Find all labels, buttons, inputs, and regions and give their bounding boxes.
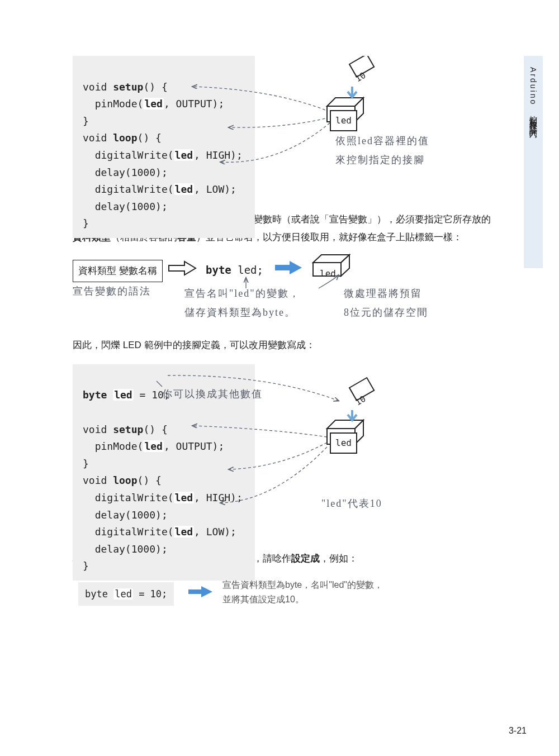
paragraph-2: 因此，閃爍 LED 範例中的接腳定義，可以改用變數寫成： <box>73 336 498 354</box>
syntax-box: 資料類型 變數名稱 <box>73 260 163 282</box>
chapter-tab: Arduino 控制板與程式設計入門 <box>524 56 543 268</box>
figure-2: byte led = 10; void setup() { pinMode(le… <box>73 364 498 538</box>
syntax-diagram: 資料類型 變數名稱 byte led; led 宣告變數的語法 宣告名叫"led… <box>73 257 498 324</box>
page: Arduino 控制板與程式設計入門 void setup() { pinMod… <box>0 0 559 756</box>
box-label-1: led <box>330 110 357 131</box>
page-number: 3-21 <box>509 722 527 739</box>
annotation-rep: "led"代表10 <box>321 494 382 513</box>
code-block-1: void setup() { pinMode(led, OUTPUT); } v… <box>73 56 255 238</box>
annotation-declare: 宣告名叫"led"的變數，儲存資料類型為byte。 <box>184 284 300 322</box>
inline-code: byte led = 10; <box>78 582 174 606</box>
figure-1: void setup() { pinMode(led, OUTPUT); } v… <box>73 56 498 198</box>
inline-explain: 宣告資料類型為byte，名叫"led"的變數，並將其值設定成10。 <box>222 578 383 606</box>
card-value-1: 10 <box>348 65 373 90</box>
annotation-micro: 微處理器將預留8位元的儲存空間 <box>344 284 428 322</box>
inline-example: byte led = 10; 宣告資料類型為byte，名叫"led"的變數，並將… <box>78 578 498 611</box>
card-value-2: 10 <box>348 388 373 413</box>
arrow-solid-icon <box>187 584 215 599</box>
box-label-2: led <box>330 432 357 454</box>
chapter-title: Arduino 控制板與程式設計入門 <box>526 67 541 126</box>
annotation-swap: 你可以換成其他數值 <box>162 384 263 403</box>
annotation-syntax: 宣告變數的語法 <box>73 282 151 301</box>
annotation-1: 依照led容器裡的值來控制指定的接腳 <box>335 131 429 169</box>
